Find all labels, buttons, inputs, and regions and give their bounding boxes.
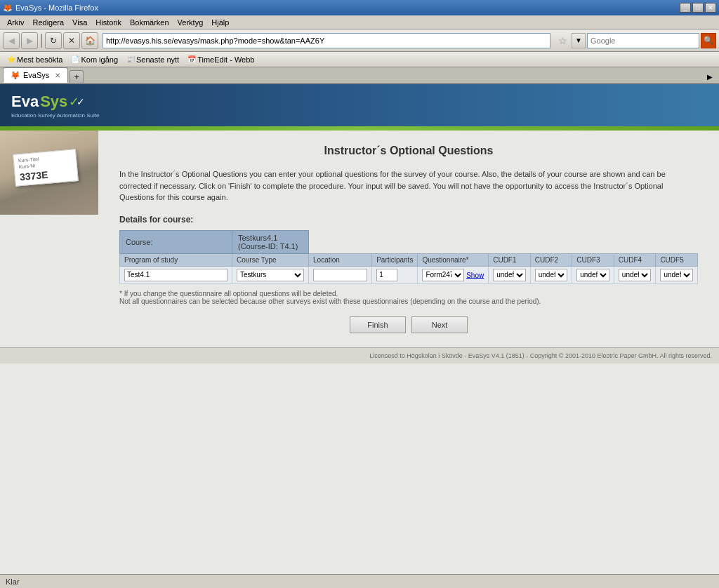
cell-location (309, 266, 372, 283)
course-table: Course: Testkurs4.1 (Course-ID: T4.1) Pr… (119, 230, 698, 284)
next-button[interactable]: Next (411, 316, 468, 333)
search-button[interactable]: 🔍 (701, 33, 716, 48)
bookmark-most-visited[interactable]: ⭐ Mest besökta (4, 55, 65, 65)
menubar: Arkiv Redigera Visa Historik Bokmärken V… (0, 15, 719, 29)
cell-type: Testkurs (232, 266, 309, 283)
stop-button[interactable]: ✕ (63, 32, 80, 49)
tab-close-icon[interactable]: ✕ (55, 72, 60, 79)
col-header-cudf4: CUDF4 (614, 253, 656, 266)
menu-bokmarken[interactable]: Bokmärken (126, 17, 173, 28)
cell-cudf3: undefined (572, 266, 614, 283)
bookmarks-bar: ⭐ Mest besökta 📄 Kom igång 📰 Senaste nyt… (0, 52, 719, 67)
toolbar: ◀ ▶ ↻ ✕ 🏠 ☆ ▼ 🔍 (0, 29, 719, 52)
cudf4-select[interactable]: undefined (619, 269, 652, 281)
description-text: In the Instructor´s Optional Questions y… (119, 168, 698, 203)
browser-content: EvaSys ✓ ✓ Education Survey Automation S… (0, 84, 719, 574)
cudf5-select[interactable]: undefined (660, 269, 693, 281)
tab-evasys[interactable]: 🦊 EvaSys ✕ (3, 67, 68, 83)
cell-participants (372, 266, 418, 283)
tab-bar: 🦊 EvaSys ✕ + ▶ (0, 67, 719, 84)
finish-button[interactable]: Finish (350, 316, 406, 333)
col-header-participants: Participants (372, 253, 418, 266)
statusbar: Klar (0, 574, 719, 588)
warning-text-area: * If you change the questionnaire all op… (119, 290, 698, 305)
logo-subtitle: Education Survey Automation Suite (11, 112, 99, 119)
col-header-cudf2: CUDF2 (530, 253, 572, 266)
evasys-logo: EvaSys ✓ ✓ Education Survey Automation S… (11, 93, 99, 119)
search-input[interactable] (587, 33, 699, 48)
warning-line1: * If you change the questionnaire all op… (119, 290, 698, 298)
location-input[interactable] (313, 269, 367, 281)
page-body: Kurs-TitelKurs-Nr 3373E Instructor´s Opt… (0, 131, 719, 347)
logo-text-eva: Eva (11, 93, 39, 111)
main-content-area: Instructor´s Optional Questions In the I… (98, 131, 719, 347)
col-header-type: Course Type (232, 253, 309, 266)
menu-hjalp[interactable]: Hjälp (207, 17, 233, 28)
address-bar[interactable] (103, 33, 550, 48)
cudf3-select[interactable]: undefined (576, 269, 609, 281)
close-button[interactable]: ✕ (705, 3, 716, 13)
col-header-cudf3: CUDF3 (572, 253, 614, 266)
reload-button[interactable]: ↻ (45, 32, 62, 49)
questionnaire-select[interactable]: Form247 (422, 269, 464, 281)
button-row: Finish Next (119, 316, 698, 333)
menu-arkiv[interactable]: Arkiv (3, 17, 28, 28)
cell-questionnaire: Form247 Show (418, 266, 489, 283)
side-image: Kurs-TitelKurs-Nr 3373E (0, 131, 98, 215)
tab-label: EvaSys (23, 71, 49, 79)
maximize-button[interactable]: □ (692, 3, 704, 13)
forward-button[interactable]: ▶ (21, 32, 38, 49)
program-input[interactable] (124, 269, 227, 281)
cell-cudf2: undefined (530, 266, 572, 283)
cell-program (120, 266, 232, 283)
window-title: EvaSys - Mozilla Firefox (15, 4, 98, 12)
tab-scroll-right-icon[interactable]: ▶ (704, 70, 716, 83)
logo-text-sys: Sys (40, 93, 67, 111)
cudf1-select[interactable]: undefined (493, 269, 526, 281)
home-button[interactable]: 🏠 (81, 32, 98, 49)
col-header-program: Program of study (120, 253, 232, 266)
bookmark-get-started[interactable]: 📄 Kom igång (68, 55, 121, 65)
status-text: Klar (6, 577, 20, 586)
course-type-select[interactable]: Testkurs (237, 269, 304, 281)
show-link[interactable]: Show (466, 271, 484, 279)
page-footer: Licensesd to Högskolan i Skövde - EvaSys… (0, 347, 719, 363)
cell-cudf5: undefined (656, 266, 698, 283)
window-titlebar: 🦊 EvaSys - Mozilla Firefox _ □ ✕ (0, 0, 719, 15)
back-button[interactable]: ◀ (3, 32, 20, 49)
new-tab-button[interactable]: + (70, 70, 84, 83)
bookmark-dropdown[interactable]: ▼ (572, 33, 586, 48)
section-label: Details for course: (119, 215, 698, 225)
course-label: Course: (120, 230, 232, 253)
menu-visa[interactable]: Visa (68, 17, 91, 28)
footer-text: Licensesd to Högskolan i Skövde - EvaSys… (369, 352, 712, 359)
minimize-button[interactable]: _ (680, 3, 691, 13)
cell-cudf1: undefined (489, 266, 531, 283)
evasys-header: EvaSys ✓ ✓ Education Survey Automation S… (0, 84, 719, 126)
bookmark-timeedit[interactable]: 📅 TimeEdit - Webb (185, 55, 257, 65)
tab-favicon: 🦊 (11, 71, 20, 80)
logo-check2-icon: ✓ (77, 96, 85, 107)
menu-redigera[interactable]: Redigera (28, 17, 68, 28)
menu-historik[interactable]: Historik (91, 17, 126, 28)
menu-verktyg[interactable]: Verktyg (173, 17, 208, 28)
window-controls[interactable]: _ □ ✕ (680, 3, 716, 13)
bookmark-icon-4: 📅 (187, 55, 196, 63)
warning-line2: Not all questionnaires can be selected b… (119, 298, 698, 305)
bookmark-icon-3: 📰 (126, 55, 135, 63)
bookmark-latest-news[interactable]: 📰 Senaste nytt (124, 55, 182, 65)
bookmark-icon-1: ⭐ (7, 55, 15, 63)
cell-cudf4: undefined (614, 266, 656, 283)
col-header-cudf5: CUDF5 (656, 253, 698, 266)
window-icon: 🦊 (3, 4, 13, 13)
bookmark-icon-2: 📄 (71, 55, 79, 63)
course-value: Testkurs4.1 (Course-ID: T4.1) (232, 230, 309, 253)
page-title: Instructor´s Optional Questions (119, 145, 698, 157)
col-header-cudf1: CUDF1 (489, 253, 531, 266)
survey-card: Kurs-TitelKurs-Nr 3373E (13, 149, 79, 187)
bookmark-star-icon[interactable]: ☆ (555, 33, 570, 48)
col-header-location: Location (309, 253, 372, 266)
cudf2-select[interactable]: undefined (535, 269, 568, 281)
participants-input[interactable] (376, 269, 397, 281)
col-header-questionnaire: Questionnaire* (418, 253, 489, 266)
